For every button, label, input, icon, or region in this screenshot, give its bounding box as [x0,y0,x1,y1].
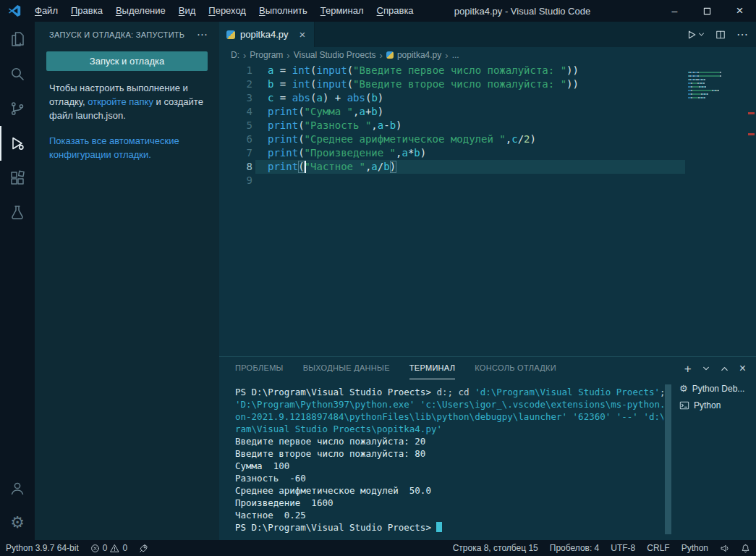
code-line[interactable]: 8print("Частное ",a/b) [219,160,756,174]
close-window-button[interactable]: × [723,0,756,22]
panel-tab[interactable]: ПРОБЛЕМЫ [235,358,284,379]
code-line[interactable]: 9 [219,174,756,188]
terminal-dropdown-icon[interactable] [702,365,710,372]
code-line[interactable]: 6print("Среднее арифметическое модулей "… [219,132,756,146]
menu-item[interactable]: Правка [64,0,109,22]
source-control-icon[interactable] [0,91,35,126]
play-icon [687,30,697,40]
menu-item[interactable]: Вид [172,0,203,22]
run-debug-icon[interactable] [0,126,35,161]
indentation[interactable]: Пробелов: 4 [544,540,606,556]
terminal-session-list: ⚙Python Deb...Python [674,380,755,413]
code-line[interactable]: 3c = abs(a) + abs(b) [219,91,756,105]
open-folder-link[interactable]: откройте папку [88,96,153,107]
sidebar-title: ЗАПУСК И ОТЛАДКА: ЗАПУСТИТЬ [49,30,184,39]
menu-item[interactable]: Переход [202,0,252,22]
terminal-line: Частное 0.25 [235,509,663,521]
run-python-file-button[interactable] [687,30,705,40]
line-number: 8 [219,160,252,174]
run-debug-sidebar: ЗАПУСК И ОТЛАДКА: ЗАПУСТИТЬ ⋯ Запуск и о… [35,22,219,540]
notifications-bell[interactable] [735,540,756,556]
text-cursor [305,161,306,173]
close-panel-icon[interactable]: × [739,363,746,374]
launch-indicator[interactable] [133,540,154,556]
panel-tab[interactable]: КОНСОЛЬ ОТЛАДКИ [475,358,556,379]
terminal-scrollbar[interactable] [665,384,671,534]
terminal-line: Произведение 1600 [235,497,663,509]
python-interpreter[interactable]: Python 3.9.7 64-bit [0,540,85,556]
breadcrumb-item[interactable]: popitka4.py [397,50,441,60]
sidebar-more-actions-icon[interactable]: ⋯ [192,28,212,41]
breadcrumb-item[interactable]: Visual Studio Proects [294,50,376,60]
code-lines: 1a = int(input("Введите первое число пож… [219,64,756,188]
more-editor-actions-icon[interactable]: ⋯ [736,28,749,41]
split-editor-icon [715,30,726,40]
code-line[interactable]: 4print("Сумма ",a+b) [219,105,756,119]
vscode-window: ФайлПравкаВыделениеВидПереходВыполнитьТе… [0,0,756,556]
terminal-output[interactable]: PS D:\Program\Visual Studio Proects> d:;… [235,386,663,536]
gear-icon: ⚙ [679,384,688,393]
menu-item[interactable]: Выполнить [252,0,314,22]
breadcrumb-item[interactable]: ... [452,50,459,60]
account-icon[interactable] [0,471,35,505]
terminal-session[interactable]: Python [674,397,755,413]
code-line[interactable]: 7print("Произведение ",a*b) [219,146,756,160]
editor-tab-bar: popitka4.py × ⋯ [219,22,756,47]
terminal-line: Сумма 100 [235,460,663,472]
show-debug-configs-link[interactable]: Показать все автоматические конфигурации… [49,135,179,160]
python-file-icon [386,51,394,59]
menu-item[interactable]: Файл [28,0,64,22]
chevron-right-icon: › [444,50,449,61]
search-icon[interactable] [0,56,35,91]
menu-item[interactable]: Выделение [109,0,172,22]
problems-indicator[interactable]: 0 0 [85,540,133,556]
chevron-down-icon [698,31,705,38]
line-number: 5 [219,119,252,132]
terminal-line: on-2021.9.1218897484\pythonFiles\lib\pyt… [235,410,663,423]
maximize-panel-icon[interactable] [721,365,729,373]
code-text: print("Произведение ",a*b) [252,146,426,160]
code-text: a = int(input("Введите первое число пожа… [252,64,579,77]
terminal-session[interactable]: ⚙Python Deb... [674,380,755,397]
encoding[interactable]: UTF-8 [605,540,641,556]
code-line[interactable]: 2b = int(input("Введите второе число пож… [219,77,756,91]
explorer-icon[interactable] [0,22,35,56]
code-line[interactable]: 1a = int(input("Введите первое число пож… [219,64,756,77]
code-editor[interactable]: 1a = int(input("Введите первое число пож… [219,63,756,358]
bell-icon [741,544,750,553]
maximize-button[interactable] [691,0,723,22]
terminal-line: Разность -60 [235,472,663,484]
new-terminal-icon[interactable]: + [684,363,692,375]
status-bar: Python 3.9.7 64-bit 0 0 Строка 8, столбе… [0,540,756,556]
overview-ruler-marker [748,112,755,114]
tab-popitka4[interactable]: popitka4.py × [219,22,315,47]
code-text [252,174,268,188]
minimap[interactable] [688,67,746,99]
minimap-line [688,67,746,68]
testing-icon[interactable] [0,195,35,230]
language-mode[interactable]: Python [676,540,714,556]
terminal-cursor [436,522,442,532]
close-tab-icon[interactable]: × [298,28,307,41]
panel-tab[interactable]: ВЫХОДНЫЕ ДАННЫЕ [303,358,390,379]
cursor-position[interactable]: Строка 8, столбец 15 [447,540,544,556]
settings-gear-icon[interactable]: ⚙ [0,505,35,540]
overview-ruler-marker [748,133,755,135]
code-text: print("Среднее арифметическое модулей ",… [252,132,536,146]
feedback-button[interactable] [714,540,735,556]
split-editor-button[interactable] [715,30,726,40]
menu-item[interactable]: Справка [370,0,420,22]
window-title: popitka4.py - Visual Studio Code [454,6,590,17]
error-icon [90,544,100,553]
run-and-debug-button[interactable]: Запуск и отладка [46,51,208,71]
bottom-panel: ПРОБЛЕМЫВЫХОДНЫЕ ДАННЫЕТЕРМИНАЛКОНСОЛЬ О… [219,356,756,540]
eol-selector[interactable]: CRLF [641,540,675,556]
menu-item[interactable]: Терминал [314,0,370,22]
breadcrumb-item[interactable]: Program [250,50,283,60]
activity-bar-spacer [0,230,35,471]
panel-tab[interactable]: ТЕРМИНАЛ [409,358,455,379]
code-line[interactable]: 5print("Разность ",a-b) [219,119,756,132]
extensions-icon[interactable] [0,161,35,195]
minimize-button[interactable]: – [658,0,691,22]
breadcrumb-item[interactable]: D: [231,50,239,60]
